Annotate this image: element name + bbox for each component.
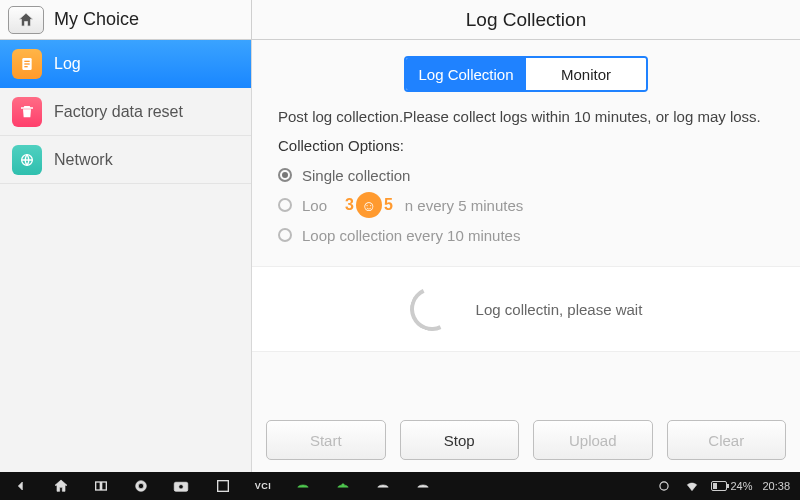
option-label: Loop collection every 10 minutes (302, 227, 520, 244)
sidebar-item-label: Factory data reset (54, 103, 183, 121)
radio-icon (278, 168, 292, 182)
option-label: Single collection (302, 167, 410, 184)
option-label: Loo (302, 197, 327, 214)
svg-rect-2 (24, 63, 29, 64)
home-icon[interactable] (52, 477, 70, 495)
sidebar-item-label: Network (54, 151, 113, 169)
collection-options: Single collection Loo 3 ☺ 5 n every 5 mi… (252, 160, 800, 262)
upload-button[interactable]: Upload (533, 420, 653, 460)
svg-point-10 (179, 485, 184, 490)
tab-log-collection[interactable]: Log Collection (406, 58, 526, 90)
service-icon[interactable] (414, 477, 432, 495)
status-text: Log collectin, please wait (476, 301, 643, 318)
log-icon (12, 49, 42, 79)
svg-point-12 (342, 484, 344, 486)
segmented-control: Log Collection Monitor (404, 56, 648, 92)
back-icon[interactable] (12, 477, 30, 495)
home-button[interactable] (8, 6, 44, 34)
vci-icon[interactable]: VCI (254, 477, 272, 495)
page-title: Log Collection (252, 0, 800, 39)
orientation-lock-icon[interactable] (655, 477, 673, 495)
description-text: Post log collection.Please collect logs … (252, 102, 800, 137)
radio-icon (278, 198, 292, 212)
option-single-collection[interactable]: Single collection (278, 160, 774, 190)
battery-indicator: 24% (711, 480, 752, 492)
sidebar-item-network[interactable]: Network (0, 136, 251, 184)
home-icon (17, 11, 35, 29)
spinner-icon (403, 281, 459, 337)
diag-icon-1[interactable] (294, 477, 312, 495)
stop-button[interactable]: Stop (400, 420, 520, 460)
battery-percent: 24% (730, 480, 752, 492)
browser-icon[interactable] (132, 477, 150, 495)
status-card: Log collectin, please wait (252, 266, 800, 352)
svg-rect-5 (96, 482, 101, 490)
sidebar-item-log[interactable]: Log (0, 40, 251, 88)
sidebar-item-label: Log (54, 55, 81, 73)
main-panel: Log Collection Monitor Post log collecti… (252, 40, 800, 472)
wifi-icon (683, 477, 701, 495)
globe-icon (12, 145, 42, 175)
start-button[interactable]: Start (266, 420, 386, 460)
screenshot-icon[interactable] (214, 477, 232, 495)
svg-point-8 (138, 483, 143, 488)
title-bar: My Choice Log Collection (0, 0, 800, 40)
system-nav-bar: VCI 24% 20:38 (0, 472, 800, 500)
car-icon[interactable] (374, 477, 392, 495)
action-bar: Start Stop Upload Clear (252, 410, 800, 472)
sidebar-title: My Choice (54, 9, 139, 30)
svg-rect-6 (102, 482, 107, 490)
option-loop-10min[interactable]: Loop collection every 10 minutes (278, 220, 774, 250)
watermark-icon: 3 ☺ 5 (343, 192, 395, 218)
recent-apps-icon[interactable] (92, 477, 110, 495)
svg-rect-11 (218, 481, 229, 492)
option-label-tail: n every 5 minutes (405, 197, 523, 214)
clear-button[interactable]: Clear (667, 420, 787, 460)
diag-icon-2[interactable] (334, 477, 352, 495)
option-loop-5min[interactable]: Loo 3 ☺ 5 n every 5 minutes (278, 190, 774, 220)
collection-options-title: Collection Options: (252, 137, 800, 160)
trash-icon (12, 97, 42, 127)
sidebar: Log Factory data reset Network (0, 40, 252, 472)
svg-rect-3 (24, 66, 27, 67)
svg-point-13 (660, 482, 668, 490)
tab-monitor[interactable]: Monitor (526, 58, 646, 90)
svg-rect-1 (24, 60, 29, 61)
camera-icon[interactable] (172, 477, 190, 495)
radio-icon (278, 228, 292, 242)
clock: 20:38 (762, 480, 790, 492)
sidebar-item-factory-reset[interactable]: Factory data reset (0, 88, 251, 136)
